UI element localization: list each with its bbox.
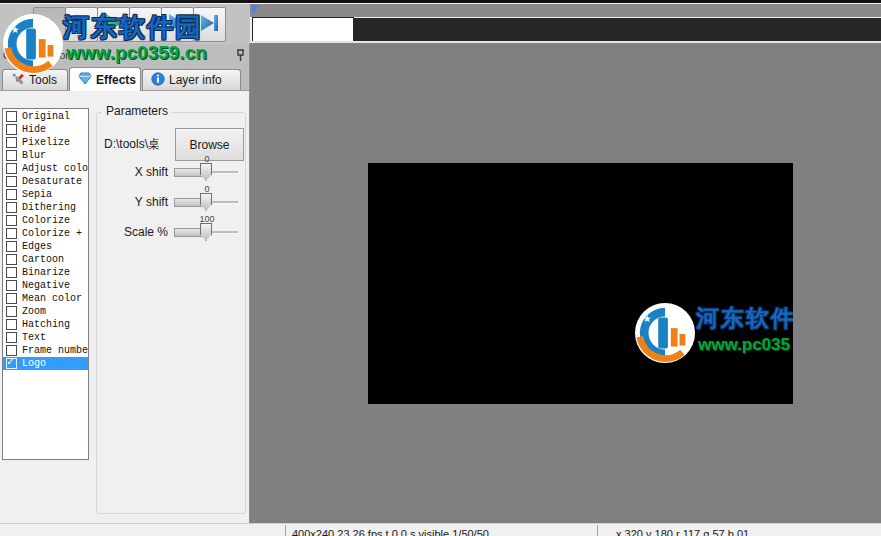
app-window: Object Edition Tools: [0, 0, 881, 536]
effect-label: Frame numbe: [22, 345, 88, 356]
tab-effects-label: Effects: [96, 73, 136, 87]
slider-row: X shift 0: [0, 153, 250, 183]
effect-label: Logo: [22, 358, 46, 369]
site-logo-icon: ★: [2, 13, 64, 79]
logo-path-value: D:\tools\桌: [104, 136, 160, 153]
parameters-group-label: Parameters: [102, 104, 172, 118]
slider-row: Scale % 100: [0, 213, 250, 243]
svg-text:★: ★: [643, 313, 652, 324]
timeline-track[interactable]: [353, 18, 881, 41]
video-preview: ★ 河东软件 www.pc035: [368, 163, 793, 404]
tab-effects[interactable]: Effects: [69, 67, 141, 91]
timeline-ruler[interactable]: [250, 4, 881, 17]
slider-track[interactable]: [174, 223, 238, 241]
tab-layer-info[interactable]: Layer info: [142, 69, 241, 90]
effect-list-item[interactable]: ✓ Mean color: [3, 292, 88, 305]
tab-layer-info-label: Layer info: [169, 73, 222, 87]
effect-checkbox[interactable]: ✓: [6, 124, 17, 135]
statusbar-separator: [285, 525, 286, 536]
effect-list-item[interactable]: ✓ Original: [3, 110, 88, 123]
effect-label: Binarize: [22, 267, 70, 278]
effect-checkbox[interactable]: ✓: [6, 319, 17, 330]
statusbar-separator: [597, 525, 598, 536]
svg-text:★: ★: [11, 24, 20, 35]
info-icon: [151, 72, 165, 89]
effect-list-item[interactable]: ✓ Pixelize: [3, 136, 88, 149]
effect-label: Mean color: [22, 293, 82, 304]
slider-thumb[interactable]: [200, 193, 212, 211]
effect-checkbox[interactable]: ✓: [6, 137, 17, 148]
slider-track[interactable]: [174, 163, 238, 181]
slider-thumb[interactable]: [200, 223, 212, 241]
slider-track[interactable]: [174, 193, 238, 211]
effect-checkbox[interactable]: ✓: [6, 111, 17, 122]
effect-list-item[interactable]: ✓ Text: [3, 331, 88, 344]
effect-checkbox[interactable]: ✓: [6, 306, 17, 317]
site-logo-icon: ★: [634, 302, 696, 368]
slider-row: Y shift 0: [0, 183, 250, 213]
effect-checkbox[interactable]: ✓: [6, 332, 17, 343]
pin-icon[interactable]: [235, 48, 246, 66]
effect-label: Negative: [22, 280, 70, 291]
checkmark-icon: ✓: [7, 355, 14, 368]
effect-checkbox[interactable]: ✓: [6, 254, 17, 265]
effect-label: Pixelize: [22, 137, 70, 148]
effect-checkbox[interactable]: ✓: [6, 280, 17, 291]
effect-list-item[interactable]: ✓ Hide: [3, 123, 88, 136]
effect-label: Cartoon: [22, 254, 64, 265]
effect-label: Hatching: [22, 319, 70, 330]
preview-watermark-line2: www.pc035: [698, 335, 790, 355]
effect-label: Zoom: [22, 306, 46, 317]
preview-watermark-line1: 河东软件: [696, 303, 793, 334]
effect-label: Original: [22, 111, 70, 122]
statusbar-right-text: x 320 y 180 r 117 g 57 b 01: [616, 528, 749, 536]
timeline-visible-range[interactable]: [252, 17, 354, 43]
effect-list-item[interactable]: ✓ Cartoon: [3, 253, 88, 266]
effect-list-item[interactable]: ✓ Frame numbe: [3, 344, 88, 357]
effect-list-item[interactable]: ✓ Binarize: [3, 266, 88, 279]
effect-list-item[interactable]: ✓ Negative: [3, 279, 88, 292]
slider-label: X shift: [135, 165, 168, 179]
effect-checkbox[interactable]: ✓: [6, 267, 17, 278]
effect-checkbox[interactable]: ✓: [6, 358, 17, 369]
effect-list-item[interactable]: ✓ Logo: [3, 357, 88, 370]
effect-label: Text: [22, 332, 46, 343]
effect-list-item[interactable]: ✓ Zoom: [3, 305, 88, 318]
statusbar-left-text: 400x240 23.26 fps t 0.0 s visible 1/50/5…: [292, 528, 489, 536]
slider-thumb[interactable]: [200, 163, 212, 181]
top-watermark-line1: 河东软件园: [63, 10, 203, 45]
effect-checkbox[interactable]: ✓: [6, 293, 17, 304]
slider-label: Y shift: [135, 195, 168, 209]
effect-label: Hide: [22, 124, 46, 135]
gem-icon: [78, 72, 92, 88]
top-watermark-line2: www.pc0359.cn: [66, 42, 207, 64]
slider-label: Scale %: [124, 225, 168, 239]
effect-list-item[interactable]: ✓ Hatching: [3, 318, 88, 331]
